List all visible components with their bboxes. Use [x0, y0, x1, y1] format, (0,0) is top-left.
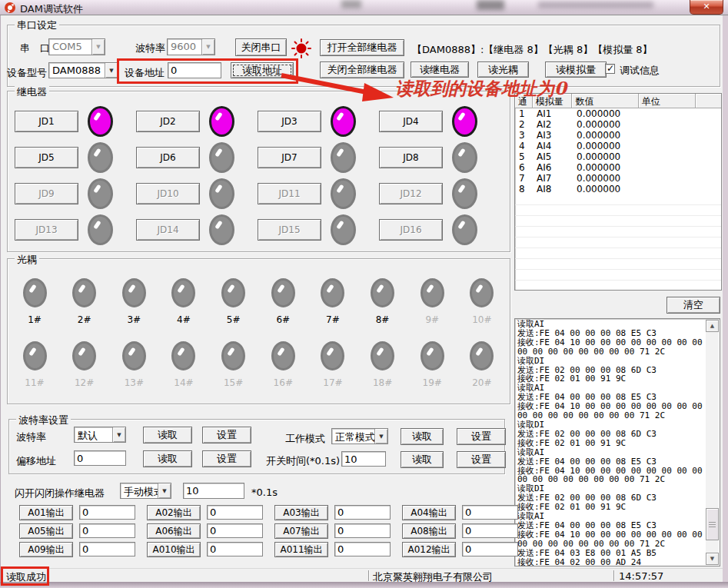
- switch-set-button[interactable]: 设置: [457, 451, 506, 468]
- baud-set-button[interactable]: 设置: [202, 427, 251, 443]
- output-a04-button[interactable]: A04输出: [402, 505, 456, 520]
- col-header-analog[interactable]: 模拟量: [533, 94, 573, 108]
- table-row[interactable]: 7AI70.000000: [515, 173, 721, 184]
- table-row[interactable]: 8AI80.000000: [515, 184, 721, 194]
- open-all-relays-button[interactable]: 打开全部继电器: [320, 39, 404, 56]
- relay-light-jd12: [452, 178, 477, 209]
- relay-button-jd2[interactable]: JD2: [136, 111, 200, 132]
- com-port-select[interactable]: COM5: [48, 38, 105, 55]
- read-relay-button[interactable]: 读继电器: [411, 61, 469, 78]
- output-a09-input[interactable]: [79, 542, 135, 556]
- opto-label: 19#: [423, 377, 442, 388]
- output-a05-input[interactable]: [79, 523, 135, 538]
- output-a010-input[interactable]: [207, 542, 263, 556]
- serial-group-label: 串口设定: [15, 18, 59, 32]
- opto-light-6: [271, 278, 295, 307]
- switch-time-input[interactable]: [341, 451, 386, 467]
- opto-label: 10#: [472, 314, 491, 325]
- close-all-relays-button[interactable]: 关闭全部继电器: [320, 61, 404, 78]
- read-opto-button[interactable]: 读光耦: [477, 61, 529, 78]
- device-model-select[interactable]: DAM0888: [48, 62, 118, 78]
- scrollbar-thumb[interactable]: [706, 508, 719, 540]
- close-button[interactable]: ✕: [690, 0, 723, 15]
- output-a01-input[interactable]: [79, 505, 135, 520]
- device-address-input[interactable]: [168, 62, 221, 78]
- output-a05-button[interactable]: A05输出: [19, 523, 73, 539]
- read-address-button[interactable]: 读取地址: [231, 62, 294, 78]
- output-a011-button[interactable]: A011输出: [274, 542, 328, 557]
- opto-label: 3#: [127, 314, 141, 325]
- baudrate-select[interactable]: 9600: [167, 38, 215, 55]
- table-row[interactable]: 6AI60.000000: [515, 162, 721, 173]
- close-port-button[interactable]: 关闭串口: [235, 38, 287, 56]
- chevron-down-icon[interactable]: [201, 39, 214, 55]
- output-a08-button[interactable]: A08输出: [402, 523, 456, 539]
- work-mode-set-button[interactable]: 设置: [457, 428, 506, 445]
- debug-log-text: 读取AI 发送:FE 04 00 00 00 08 E5 C3 接收:FE 04…: [517, 320, 705, 566]
- output-a07-button[interactable]: A07输出: [274, 523, 328, 539]
- flash-time-input[interactable]: [183, 483, 244, 499]
- output-a01-button[interactable]: A01输出: [19, 505, 73, 520]
- output-a06-button[interactable]: A06输出: [147, 523, 201, 539]
- relay-button-jd4[interactable]: JD4: [379, 111, 443, 132]
- scroll-up-icon[interactable]: ▲: [706, 320, 719, 332]
- output-a06-input[interactable]: [207, 523, 263, 538]
- analog-table: 通 模拟量 数值 单位 1AI10.000000 2AI20.000000 3A…: [514, 93, 722, 291]
- output-a08-input[interactable]: [462, 523, 518, 538]
- output-a03-button[interactable]: A03输出: [274, 505, 328, 520]
- output-a04-input[interactable]: [462, 505, 518, 520]
- output-a012-button[interactable]: A012输出: [402, 542, 456, 557]
- offset-address-input[interactable]: [74, 450, 126, 466]
- table-row[interactable]: 4AI40.000000: [515, 141, 721, 151]
- opto-label: 13#: [125, 377, 144, 388]
- relay-button-jd14: JD14: [136, 219, 200, 241]
- output-a02-button[interactable]: A02输出: [147, 505, 201, 520]
- col-header-extra[interactable]: [696, 94, 721, 108]
- relay-button-jd7[interactable]: JD7: [258, 147, 321, 168]
- debug-info-label: 调试信息: [620, 64, 660, 78]
- output-a02-input[interactable]: [207, 505, 263, 520]
- baud-default-select[interactable]: 默认: [74, 427, 126, 443]
- switch-read-button[interactable]: 读取: [401, 451, 444, 468]
- log-scrollbar[interactable]: ▲ ▼: [706, 320, 719, 565]
- chevron-down-icon[interactable]: [112, 427, 125, 442]
- col-header-value[interactable]: 数值: [572, 94, 638, 108]
- flash-mode-select[interactable]: 手动模式: [120, 483, 171, 499]
- output-a010-button[interactable]: A010输出: [147, 542, 201, 557]
- col-header-unit[interactable]: 单位: [639, 94, 696, 108]
- output-a03-input[interactable]: [334, 505, 391, 520]
- relay-button-jd5[interactable]: JD5: [15, 147, 78, 168]
- relay-row-4: JD13 JD14 JD15 JD16: [15, 214, 500, 245]
- table-row[interactable]: 1AI10.000000: [515, 108, 721, 119]
- relay-button-jd8[interactable]: JD8: [379, 147, 443, 168]
- statusbar-divider: [613, 570, 615, 581]
- table-row[interactable]: 2AI20.000000: [515, 119, 721, 130]
- table-row[interactable]: 5AI50.000000: [515, 151, 721, 162]
- offset-read-button[interactable]: 读取: [143, 450, 192, 467]
- baud-read-button[interactable]: 读取: [143, 427, 192, 443]
- relay-button-jd1[interactable]: JD1: [15, 111, 78, 132]
- title-bar: DAM调试软件 ✕: [0, 0, 728, 15]
- output-a09-button[interactable]: A09输出: [19, 542, 73, 557]
- relay-button-jd3[interactable]: JD3: [258, 111, 321, 132]
- chevron-down-icon[interactable]: [91, 39, 105, 55]
- relay-light-jd3: [331, 106, 356, 137]
- output-a07-input[interactable]: [334, 523, 391, 538]
- col-header-channel[interactable]: 通: [515, 94, 533, 108]
- switch-time-label: 开关时间(*0.1s): [266, 454, 340, 468]
- chevron-down-icon[interactable]: [105, 63, 118, 78]
- offset-set-button[interactable]: 设置: [202, 450, 251, 467]
- chevron-down-icon[interactable]: [374, 429, 387, 443]
- read-analog-button[interactable]: 读模拟量: [545, 61, 607, 78]
- output-a011-input[interactable]: [334, 542, 391, 556]
- table-row[interactable]: 3AI30.000000: [515, 130, 721, 141]
- clear-log-button[interactable]: 清空: [667, 297, 720, 314]
- work-mode-read-button[interactable]: 读取: [401, 428, 444, 445]
- chevron-down-icon[interactable]: [158, 483, 171, 498]
- work-mode-select[interactable]: 正常模式: [331, 428, 388, 444]
- debug-log-area[interactable]: 读取AI 发送:FE 04 00 00 00 08 E5 C3 接收:FE 04…: [514, 318, 720, 566]
- debug-info-checkbox[interactable]: [605, 64, 615, 74]
- scroll-down-icon[interactable]: ▼: [706, 553, 719, 565]
- output-a012-input[interactable]: [462, 542, 518, 556]
- relay-button-jd6[interactable]: JD6: [136, 147, 200, 168]
